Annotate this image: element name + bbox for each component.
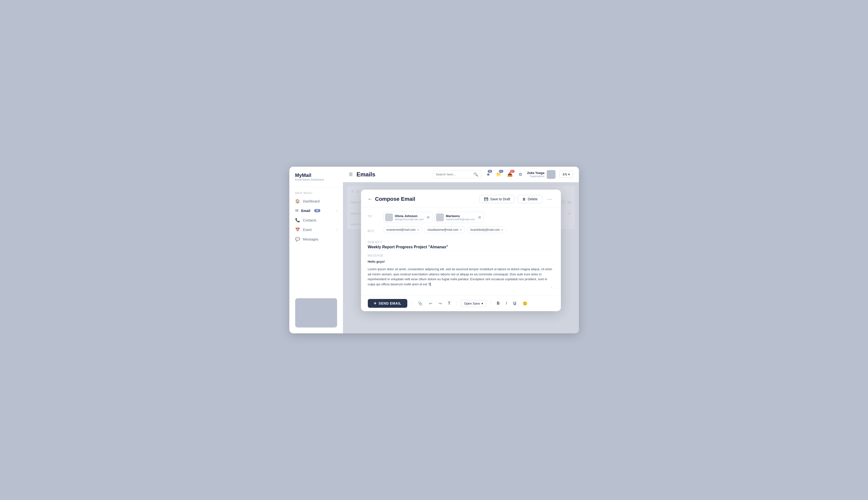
user-info: Zeke Yeaga Superadmin — [527, 170, 556, 179]
compose-toolbar: ✈ SEND EMAIL 📎 ↩ ↪ T Open Sans ▾ — [361, 295, 561, 311]
inbox-notifications[interactable]: 📥 67 — [506, 171, 514, 178]
chevron-right-icon: › — [336, 228, 337, 231]
bcc-field-row: BCC evanernest@mail.com × claudiaxeme@ma… — [368, 226, 554, 233]
underline-button[interactable]: U — [512, 300, 518, 307]
undo-button[interactable]: ↩ — [428, 300, 433, 307]
sidebar-item-label: Messages — [303, 237, 318, 241]
save-icon: 💾 — [484, 197, 488, 201]
remove-recipient-button[interactable]: ⊗ — [478, 215, 481, 219]
message-section: MESSAGE Hello guys! Lorem ipsum dolor si… — [368, 254, 554, 291]
to-label: TO — [368, 212, 380, 218]
font-family-selector[interactable]: Open Sans ▾ — [461, 300, 486, 307]
event-icon: 📅 — [295, 227, 300, 232]
sidebar-item-label: Event — [303, 228, 312, 232]
contacts-icon: 📞 — [295, 218, 300, 223]
sidebar-item-event[interactable]: 📅 Event › — [289, 225, 343, 235]
recipient-name: Marteens — [446, 214, 475, 218]
messages-icon: 💬 — [295, 237, 300, 241]
bcc-chip-0: evanernest@mail.com × — [383, 226, 422, 233]
sidebar-item-label: Email — [301, 209, 310, 213]
delete-button[interactable]: 🗑 Delete — [518, 195, 542, 203]
search-icon[interactable]: 🔍 — [473, 172, 478, 177]
inbox-badge: 67 — [510, 170, 515, 173]
brand-area: MyMail Email Admin Dashboard — [289, 172, 343, 187]
avatar — [547, 170, 555, 179]
compose-modal: ← Compose Email 💾 Save to Draft 🗑 Delete… — [361, 190, 561, 311]
subject-value[interactable]: Weekly Report Progress Project "Almanax" — [368, 245, 554, 249]
bcc-recipients: evanernest@mail.com × claudiaxeme@mail.c… — [383, 226, 554, 233]
message-label: MESSAGE — [368, 254, 554, 257]
brand-title: MyMail — [295, 172, 337, 178]
text-style-button[interactable]: T — [447, 300, 452, 307]
sidebar-item-label: Contacts — [303, 218, 316, 222]
brand-subtitle: Email Admin Dashboard — [295, 178, 337, 181]
chevron-down-icon: ▾ — [568, 172, 570, 176]
search-input[interactable] — [436, 172, 471, 176]
chevron-right-icon: › — [336, 209, 337, 212]
main-area: ☰ Emails 🔍 ★ 38 📁 12 📥 67 ⚙ Zeke Yeaga — [343, 167, 579, 333]
subject-label: SUBJECT — [368, 238, 554, 244]
user-role: Superadmin — [527, 175, 544, 178]
bcc-label: BCC — [368, 226, 380, 233]
remove-bcc-button[interactable]: × — [460, 228, 462, 232]
folder-notifications[interactable]: 📁 12 — [495, 171, 503, 178]
message-editor[interactable]: Hello guys! Lorem ipsum dolor sit amet, … — [368, 259, 554, 291]
subject-row: SUBJECT Weekly Report Progress Project "… — [368, 237, 554, 250]
recipient-chip-olivia: Olivia Johnson oliviajohnson@mail.com ⊗ — [383, 212, 433, 223]
toolbar-separator — [491, 301, 491, 306]
folder-badge: 12 — [499, 170, 503, 173]
lang-selector[interactable]: EN ▾ — [560, 171, 573, 178]
user-name: Zeke Yeaga — [527, 171, 544, 175]
recipient-name: Olivia Johnson — [395, 214, 424, 218]
back-button[interactable]: ← — [368, 197, 372, 202]
star-badge: 38 — [488, 170, 492, 173]
bcc-chip-2: ricardoboliy@mail.com × — [467, 226, 507, 233]
toolbar-separator — [456, 301, 456, 306]
star-notifications[interactable]: ★ 38 — [485, 171, 491, 178]
remove-bcc-button[interactable]: × — [417, 228, 419, 232]
page-title: Emails — [357, 171, 375, 178]
trash-icon: 🗑 — [522, 197, 526, 201]
sidebar-item-email[interactable]: ✉ Email 38 › — [289, 206, 343, 215]
message-greeting: Hello guys! — [368, 259, 554, 264]
bcc-chip-1: claudiaxeme@mail.com × — [424, 226, 465, 233]
sidebar-avatar-placeholder — [295, 298, 337, 328]
sidebar-item-label: Dashboard — [303, 199, 320, 203]
more-options-button[interactable]: ⋯ — [545, 195, 554, 203]
send-email-button[interactable]: ✈ SEND EMAIL — [368, 299, 407, 308]
attach-button[interactable]: 📎 — [416, 300, 424, 307]
sidebar-item-messages[interactable]: 💬 Messages — [289, 235, 343, 244]
redo-button[interactable]: ↪ — [437, 300, 443, 307]
home-icon: 🏠 — [295, 199, 300, 203]
save-draft-button[interactable]: 💾 Save to Draft — [480, 195, 515, 203]
settings-icon-btn[interactable]: ⚙ — [518, 171, 523, 178]
menu-icon[interactable]: ☰ — [349, 172, 353, 177]
remove-bcc-button[interactable]: × — [501, 228, 503, 232]
avatar — [436, 214, 444, 221]
topbar: ☰ Emails 🔍 ★ 38 📁 12 📥 67 ⚙ Zeke Yeaga — [343, 167, 579, 182]
content-area: 🖥 🕐 🗑 ⚙ ididunt ut 🖥 🕐 📎 — [343, 182, 579, 333]
resize-handle-icon[interactable]: ⤡ — [551, 285, 553, 290]
sidebar-section-label: Main Menu — [289, 187, 343, 196]
recipient-chip-marteens: Marteens marteens404@mail.com ⊗ — [435, 212, 484, 223]
compose-title: Compose Email — [375, 196, 477, 202]
to-recipients: Olivia Johnson oliviajohnson@mail.com ⊗ … — [383, 212, 554, 223]
chevron-down-icon: ▾ — [482, 302, 483, 305]
bold-button[interactable]: B — [495, 300, 501, 307]
to-field-row: TO Olivia Johnson oliviajohnson@mail.com… — [368, 212, 554, 223]
italic-button[interactable]: I — [505, 300, 508, 307]
compose-body: TO Olivia Johnson oliviajohnson@mail.com… — [361, 207, 561, 295]
message-body: Lorem ipsum dolor sit amet, consectetur … — [368, 267, 554, 287]
recipient-email: oliviajohnson@mail.com — [395, 218, 424, 221]
send-icon: ✈ — [374, 302, 377, 305]
email-icon: ✉ — [295, 208, 298, 213]
emoji-button[interactable]: 🙂 — [521, 300, 529, 307]
search-box: 🔍 — [433, 170, 482, 178]
compose-header: ← Compose Email 💾 Save to Draft 🗑 Delete… — [361, 190, 561, 207]
remove-recipient-button[interactable]: ⊗ — [427, 215, 430, 219]
avatar — [385, 214, 393, 221]
sidebar-item-contacts[interactable]: 📞 Contacts — [289, 215, 343, 225]
recipient-email: marteens404@mail.com — [446, 218, 475, 221]
sidebar-item-dashboard[interactable]: 🏠 Dashboard — [289, 196, 343, 206]
sidebar: MyMail Email Admin Dashboard Main Menu 🏠… — [289, 167, 343, 333]
